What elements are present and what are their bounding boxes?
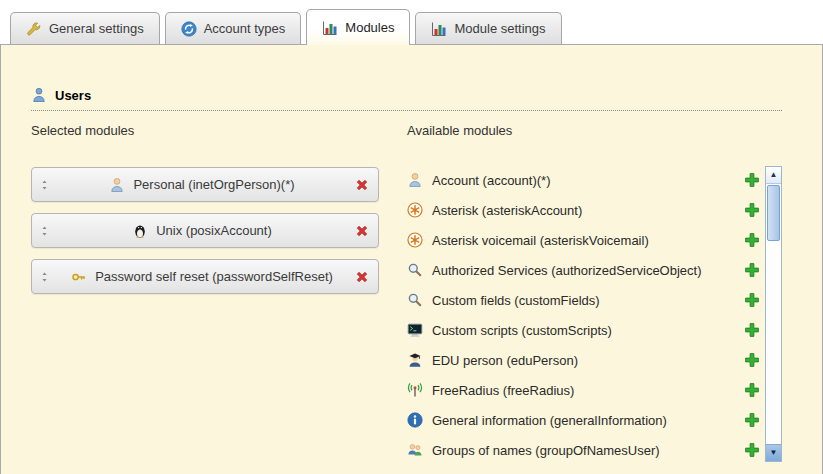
- wrench-icon: [26, 21, 42, 37]
- section-title: Users: [55, 88, 91, 103]
- asterisk-icon: [407, 202, 423, 218]
- available-module-row: Asterisk voicemail (asteriskVoicemail): [407, 225, 760, 255]
- add-module-icon[interactable]: [744, 292, 760, 308]
- module-label: EDU person (eduPerson): [432, 353, 735, 368]
- info-icon: [407, 412, 423, 428]
- sync-icon: [181, 21, 197, 37]
- add-module-icon[interactable]: [744, 442, 760, 458]
- scroll-down-icon: ▼: [770, 449, 778, 457]
- drag-handle-icon[interactable]: [39, 177, 50, 193]
- selected-modules-column: Selected modules Personal (inetOrgPerson…: [31, 123, 379, 465]
- selected-module-row: Password self reset (passwordSelfReset): [31, 259, 379, 294]
- radius-icon: [407, 382, 423, 398]
- add-module-icon[interactable]: [744, 382, 760, 398]
- key-icon: [71, 269, 87, 285]
- chart-icon: [431, 21, 447, 37]
- add-module-icon[interactable]: [744, 262, 760, 278]
- available-module-row: Account (account)(*): [407, 165, 760, 195]
- module-label: Password self reset (passwordSelfReset): [95, 269, 333, 284]
- module-label: Asterisk (asteriskAccount): [432, 203, 735, 218]
- tab-general-settings[interactable]: General settings: [10, 12, 160, 44]
- tab-module-settings[interactable]: Module settings: [415, 12, 561, 44]
- modules-columns: Selected modules Personal (inetOrgPerson…: [31, 123, 782, 465]
- scroll-down-button[interactable]: ▼: [766, 444, 781, 461]
- tab-label: Module settings: [454, 21, 545, 36]
- available-module-row: EDU person (eduPerson): [407, 345, 760, 375]
- available-modules-heading: Available modules: [407, 123, 782, 138]
- scroll-up-icon: ▲: [770, 171, 778, 179]
- remove-module-icon[interactable]: [354, 177, 370, 193]
- selected-modules-heading: Selected modules: [31, 123, 379, 138]
- tab-label: Account types: [204, 21, 286, 36]
- add-module-icon[interactable]: [744, 412, 760, 428]
- selected-modules-list: Personal (inetOrgPerson)(*) Unix (posixA…: [31, 167, 379, 294]
- module-label: Unix (posixAccount): [156, 223, 272, 238]
- remove-module-icon[interactable]: [354, 223, 370, 239]
- module-label: Groups of names (groupOfNamesUser): [432, 443, 735, 458]
- magnifier-icon: [407, 262, 423, 278]
- available-module-row: Custom fields (customFields): [407, 285, 760, 315]
- available-modules-column: Available modules Account (account)(*) A…: [407, 123, 782, 465]
- section-header: Users: [31, 87, 782, 111]
- available-module-row: General information (generalInformation): [407, 405, 760, 435]
- scroll-up-button[interactable]: ▲: [766, 167, 781, 184]
- content-panel: Users Selected modules Personal (inetOrg…: [0, 44, 823, 474]
- add-module-icon[interactable]: [744, 322, 760, 338]
- module-label: FreeRadius (freeRadius): [432, 383, 735, 398]
- chart-icon: [322, 20, 338, 36]
- selected-module-row: Unix (posixAccount): [31, 213, 379, 248]
- available-module-row: Groups of names (groupOfNamesUser): [407, 435, 760, 465]
- tab-label: Modules: [345, 20, 394, 35]
- available-modules-list: Account (account)(*) Asterisk (asteriskA…: [407, 165, 782, 465]
- magnifier-icon: [407, 292, 423, 308]
- drag-handle-icon[interactable]: [39, 269, 50, 285]
- available-module-row: Custom scripts (customScripts): [407, 315, 760, 345]
- module-label: General information (generalInformation): [432, 413, 735, 428]
- user-icon: [31, 87, 47, 103]
- module-label: Asterisk voicemail (asteriskVoicemail): [432, 233, 735, 248]
- person-icon: [109, 177, 125, 193]
- add-module-icon[interactable]: [744, 202, 760, 218]
- available-module-row: FreeRadius (freeRadius): [407, 375, 760, 405]
- add-module-icon[interactable]: [744, 352, 760, 368]
- module-label: Personal (inetOrgPerson)(*): [133, 177, 294, 192]
- module-label: Custom scripts (customScripts): [432, 323, 735, 338]
- graduate-icon: [407, 352, 423, 368]
- module-label: Account (account)(*): [432, 173, 735, 188]
- selected-module-row: Personal (inetOrgPerson)(*): [31, 167, 379, 202]
- module-label: Authorized Services (authorizedServiceOb…: [432, 263, 735, 278]
- asterisk-icon: [407, 232, 423, 248]
- scrollbar-track[interactable]: [766, 184, 781, 444]
- tab-modules[interactable]: Modules: [306, 9, 410, 45]
- terminal-icon: [407, 322, 423, 338]
- scrollbar-thumb[interactable]: [767, 185, 780, 241]
- person-icon: [407, 172, 423, 188]
- group-icon: [407, 442, 423, 458]
- available-module-row: Authorized Services (authorizedServiceOb…: [407, 255, 760, 285]
- available-modules-scrollbar[interactable]: ▲ ▼: [765, 166, 782, 462]
- penguin-icon: [132, 223, 148, 239]
- remove-module-icon[interactable]: [354, 269, 370, 285]
- add-module-icon[interactable]: [744, 232, 760, 248]
- tab-bar: General settings Account types Modules M…: [10, 8, 562, 44]
- module-label: Custom fields (customFields): [432, 293, 735, 308]
- drag-handle-icon[interactable]: [39, 223, 50, 239]
- tab-label: General settings: [49, 21, 144, 36]
- add-module-icon[interactable]: [744, 172, 760, 188]
- tab-account-types[interactable]: Account types: [165, 12, 302, 44]
- available-module-row: Asterisk (asteriskAccount): [407, 195, 760, 225]
